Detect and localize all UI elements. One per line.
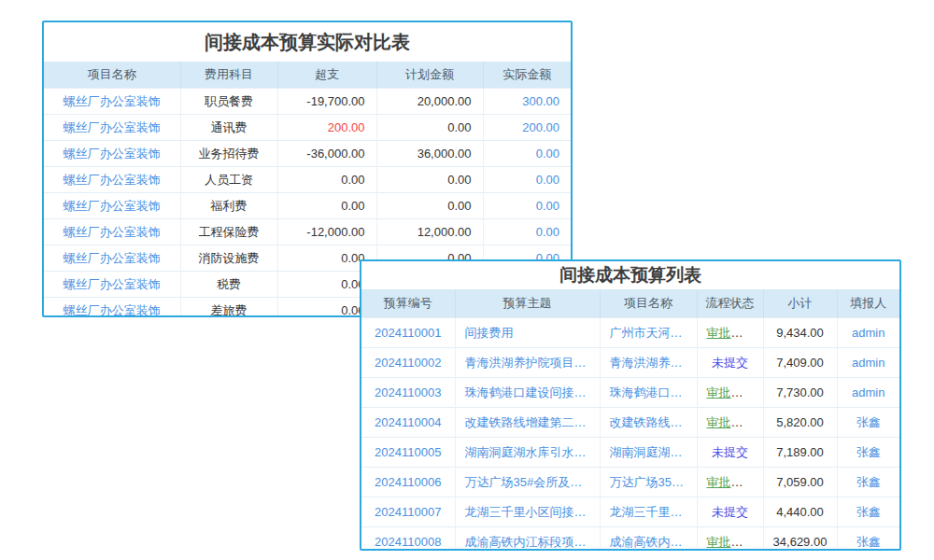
project-link[interactable]: 螺丝厂办公室装饰 [44,272,180,298]
col-header-reporter: 填报人 [837,289,899,318]
project-link[interactable]: 湖南洞庭湖水库... [600,438,697,468]
reporter-link[interactable]: admin [837,318,899,348]
reporter-link[interactable]: 张鑫 [837,497,899,527]
project-link[interactable]: 螺丝厂办公室装饰 [44,89,180,115]
subject-link[interactable]: 间接费用 [455,318,600,348]
status-link[interactable]: 未提交 [712,445,748,459]
project-link[interactable]: 螺丝厂办公室装饰 [44,115,180,141]
reporter-link[interactable]: 张鑫 [837,408,899,438]
reporter-link[interactable]: admin [837,348,899,378]
table-row: 螺丝厂办公室装饰 工程保险费 -12,000.00 12,000.00 0.00 [44,219,571,245]
budget-list-header-row: 预算编号 预算主题 项目名称 流程状态 小计 填报人 [361,289,899,318]
budget-no-link[interactable]: 2024110008 [361,527,455,552]
overspend-cell: 200.00 [277,115,376,141]
subject-link[interactable]: 改建铁路线增建第二线直... [455,408,600,438]
reporter-link[interactable]: 张鑫 [837,438,899,468]
budget-list-table: 预算编号 预算主题 项目名称 流程状态 小计 填报人 2024110001 间接… [361,289,899,551]
project-link[interactable]: 广州市天河区统... [600,318,697,348]
category-cell: 福利费 [180,193,277,219]
category-cell: 职员餐费 [180,89,277,115]
status-link[interactable]: 审批通过 [707,475,756,489]
status-link[interactable]: 未提交 [712,505,748,519]
table-row: 2024110005 湖南洞庭湖水库引水工程... 湖南洞庭湖水库... 未提交… [361,438,899,468]
overspend-cell: -36,000.00 [277,141,376,167]
actual-cell[interactable]: 0.00 [483,193,571,219]
status-link[interactable]: 审批通过 [707,385,756,399]
subject-link[interactable]: 青海洪湖养护院项目间接... [455,348,600,378]
reporter-link[interactable]: 张鑫 [837,468,899,497]
budget-no-link[interactable]: 2024110007 [361,497,455,527]
subject-link[interactable]: 成渝高铁内江标段项目预... [455,527,600,552]
table-row: 螺丝厂办公室装饰 福利费 0.00 0.00 0.00 [44,193,571,219]
page-canvas: 间接成本预算实际对比表 项目名称 费用科目 超支 计划金额 实际金额 螺丝厂办公… [0,0,934,560]
overspend-value: 0.00 [341,199,364,213]
comparison-header-row: 项目名称 费用科目 超支 计划金额 实际金额 [44,62,571,89]
status-cell: 审批通过 [697,408,763,438]
project-link[interactable]: 螺丝厂办公室装饰 [44,193,180,219]
budget-no-link[interactable]: 2024110004 [361,408,455,438]
actual-cell[interactable]: 0.00 [483,141,571,167]
project-link[interactable]: 珠海鹤港口建设 [600,378,697,408]
col-header-project: 项目名称 [44,62,180,89]
budget-no-link[interactable]: 2024110005 [361,438,455,468]
status-cell: 审批通过 [697,468,763,497]
actual-cell[interactable]: 300.00 [483,89,571,115]
budget-no-link[interactable]: 2024110001 [361,318,455,348]
budget-no-link[interactable]: 2024110006 [361,468,455,497]
actual-cell[interactable]: 0.00 [483,167,571,193]
budget-list-panel-title: 间接成本预算列表 [361,261,899,289]
project-link[interactable]: 万达广场35#会... [600,468,697,497]
subject-link[interactable]: 湖南洞庭湖水库引水工程... [455,438,600,468]
project-link[interactable]: 螺丝厂办公室装饰 [44,298,180,318]
category-cell: 业务招待费 [180,141,277,167]
subtotal-cell: 7,730.00 [763,378,837,408]
subject-link[interactable]: 万达广场35#会所及咖啡... [455,468,600,497]
status-link[interactable]: 审批通过 [707,326,756,340]
status-cell: 未提交 [697,348,763,378]
project-link[interactable]: 螺丝厂办公室装饰 [44,141,180,167]
project-link[interactable]: 成渝高铁内江标... [600,527,697,552]
status-link[interactable]: 未提交 [712,356,748,370]
status-link[interactable]: 审批通过 [707,535,756,549]
col-header-actual: 实际金额 [483,62,571,89]
overspend-value: -36,000.00 [306,147,364,161]
table-row: 2024110001 间接费用 广州市天河区统... 审批通过 9,434.00… [361,318,899,348]
table-row: 2024110002 青海洪湖养护院项目间接... 青海洪湖养护院... 未提交… [361,348,899,378]
status-link[interactable]: 审批通过 [707,415,756,429]
status-cell: 未提交 [697,497,763,527]
reporter-link[interactable]: 张鑫 [837,527,899,552]
project-link[interactable]: 青海洪湖养护院... [600,348,697,378]
project-link[interactable]: 螺丝厂办公室装饰 [44,167,180,193]
col-header-status: 流程状态 [697,289,763,318]
project-link[interactable]: 龙湖三千里小区 [600,497,697,527]
col-header-subtotal: 小计 [763,289,837,318]
project-link[interactable]: 螺丝厂办公室装饰 [44,219,180,245]
budget-list-panel: 间接成本预算列表 预算编号 预算主题 项目名称 流程状态 小计 填报人 2024… [360,259,901,551]
category-cell: 通讯费 [180,115,277,141]
category-cell: 税费 [180,272,277,298]
budget-no-link[interactable]: 2024110002 [361,348,455,378]
project-link[interactable]: 改建铁路线增建... [600,408,697,438]
table-row: 螺丝厂办公室装饰 通讯费 200.00 0.00 200.00 [44,115,571,141]
col-header-subject: 预算主题 [455,289,600,318]
reporter-link[interactable]: admin [837,378,899,408]
table-row: 2024110006 万达广场35#会所及咖啡... 万达广场35#会... 审… [361,468,899,497]
subtotal-cell: 4,440.00 [763,497,837,527]
subtotal-cell: 7,409.00 [763,348,837,378]
category-cell: 消防设施费 [180,245,277,272]
project-link[interactable]: 螺丝厂办公室装饰 [44,245,180,272]
overspend-cell: 0.00 [277,167,376,193]
planned-cell: 0.00 [376,193,483,219]
table-row: 2024110003 珠海鹤港口建设间接成本... 珠海鹤港口建设 审批通过 7… [361,378,899,408]
subject-link[interactable]: 龙湖三千里小区间接成本... [455,497,600,527]
table-row: 2024110004 改建铁路线增建第二线直... 改建铁路线增建... 审批通… [361,408,899,438]
actual-cell[interactable]: 200.00 [483,115,571,141]
planned-cell: 12,000.00 [376,219,483,245]
subtotal-cell: 9,434.00 [763,318,837,348]
subtotal-cell: 7,059.00 [763,468,837,497]
budget-no-link[interactable]: 2024110003 [361,378,455,408]
subject-link[interactable]: 珠海鹤港口建设间接成本... [455,378,600,408]
actual-cell[interactable]: 0.00 [483,219,571,245]
overspend-cell: -19,700.00 [277,89,376,115]
table-row: 2024110008 成渝高铁内江标段项目预... 成渝高铁内江标... 审批通… [361,527,899,552]
